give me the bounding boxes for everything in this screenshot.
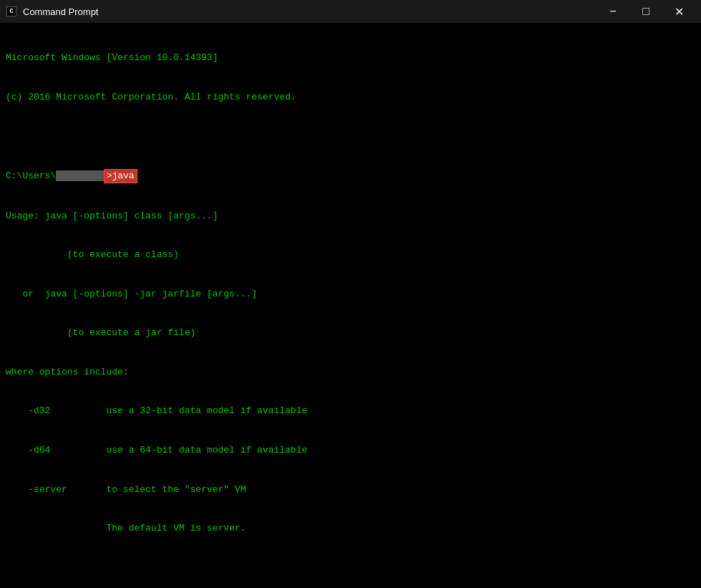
console-line-11: -server to select the "server" VM	[6, 483, 695, 496]
cmd-icon-box: C	[6, 6, 16, 16]
prompt-prefix: C:\Users\	[6, 170, 104, 183]
cmd-app-icon: C	[6, 6, 17, 17]
console-line-12: The default VM is server.	[6, 522, 695, 535]
window-title: Command Prompt	[23, 6, 98, 17]
prompt-line: C:\Users\ >java	[6, 169, 695, 183]
console-line-3	[6, 130, 695, 143]
console-line-usage: Usage: java [-options] class [args...]	[6, 210, 695, 223]
console-line-2: (c) 2016 Microsoft Corporation. All righ…	[6, 91, 695, 104]
console-line-6: or java [-options] -jar jarfile [args...…	[6, 288, 695, 301]
console-line-7: (to execute a jar file)	[6, 327, 695, 339]
title-bar-left: C Command Prompt	[6, 6, 98, 17]
console-line-5: (to execute a class)	[6, 249, 695, 261]
console-line-1: Microsoft Windows [Version 10.0.14393]	[6, 52, 695, 64]
close-button[interactable]: ✕	[662, 0, 695, 23]
window-controls: − □ ✕	[596, 0, 695, 23]
window: C Command Prompt − □ ✕ Microsoft Windows…	[0, 0, 701, 588]
console-line-13	[6, 562, 695, 574]
console-output[interactable]: Microsoft Windows [Version 10.0.14393] (…	[0, 23, 701, 588]
console-line-8: where options include:	[6, 366, 695, 379]
minimize-button[interactable]: −	[596, 0, 629, 23]
prompt-command: >java	[104, 169, 137, 183]
console-line-9: -d32 use a 32-bit data model if availabl…	[6, 405, 695, 418]
title-bar: C Command Prompt − □ ✕	[0, 0, 701, 23]
maximize-button[interactable]: □	[629, 0, 662, 23]
console-line-10: -d64 use a 64-bit data model if availabl…	[6, 444, 695, 457]
